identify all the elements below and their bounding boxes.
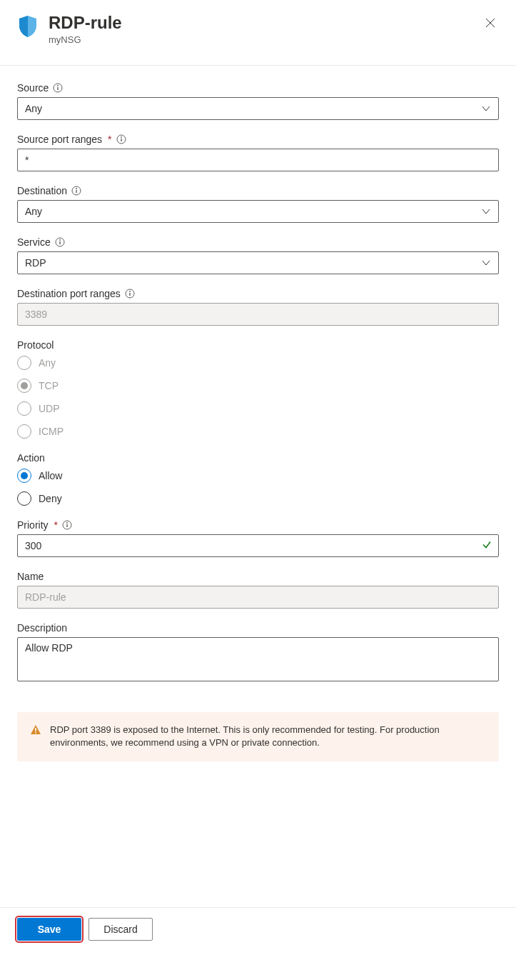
field-description: Description: [17, 623, 499, 684]
protocol-option-tcp: TCP: [39, 380, 59, 391]
destination-select[interactable]: Any: [17, 200, 499, 223]
radio-icon: [17, 469, 31, 483]
field-priority: Priority *: [17, 520, 499, 557]
source-label: Source: [17, 83, 49, 93]
info-icon[interactable]: [116, 134, 126, 144]
protocol-radio-udp: UDP: [17, 401, 499, 416]
radio-icon: [17, 424, 31, 439]
svg-rect-19: [35, 732, 36, 734]
source-port-ranges-label: Source port ranges: [17, 134, 102, 144]
service-label: Service: [17, 237, 51, 247]
field-protocol: Protocol Any TCP UDP ICMP: [17, 340, 499, 439]
chevron-down-icon: [481, 104, 491, 114]
blade-header: RDP-rule myNSG: [17, 0, 499, 65]
field-source: Source Any: [17, 83, 499, 120]
protocol-option-any: Any: [39, 357, 56, 369]
protocol-radio-tcp: TCP: [17, 379, 499, 393]
discard-button[interactable]: Discard: [88, 918, 153, 941]
action-radio-allow[interactable]: Allow: [17, 469, 499, 483]
protocol-option-icmp: ICMP: [39, 426, 64, 437]
svg-point-2: [57, 85, 59, 86]
header-separator: [0, 65, 516, 66]
checkmark-icon: [482, 539, 492, 551]
action-radio-deny[interactable]: Deny: [17, 491, 499, 506]
warning-banner: RDP port 3389 is exposed to the Internet…: [17, 712, 499, 762]
protocol-label: Protocol: [17, 340, 54, 350]
source-select[interactable]: Any: [17, 97, 499, 120]
destination-label: Destination: [17, 186, 67, 196]
source-port-ranges-input[interactable]: [17, 149, 499, 171]
chevron-down-icon: [481, 206, 491, 216]
shield-icon: [17, 13, 49, 39]
radio-icon: [17, 491, 31, 506]
nsg-rule-blade: RDP-rule myNSG Source Any Source port ra…: [0, 0, 516, 907]
field-action: Action Allow Deny: [17, 453, 499, 506]
radio-icon: [17, 379, 31, 393]
blade-title: RDP-rule: [49, 13, 122, 33]
action-label: Action: [17, 453, 45, 463]
protocol-radio-group: Any TCP UDP ICMP: [17, 356, 499, 439]
dest-port-ranges-label: Destination port ranges: [17, 289, 121, 299]
field-destination: Destination Any: [17, 186, 499, 223]
info-icon[interactable]: [71, 186, 81, 196]
info-icon[interactable]: [62, 520, 72, 530]
description-label: Description: [17, 623, 67, 633]
radio-icon: [17, 401, 31, 416]
source-value: Any: [25, 103, 42, 114]
service-value: RDP: [25, 257, 46, 269]
required-mark: *: [108, 134, 111, 144]
blade-subtitle: myNSG: [49, 34, 122, 45]
dest-port-ranges-input: [17, 303, 499, 326]
info-icon[interactable]: [55, 237, 65, 247]
destination-value: Any: [25, 206, 42, 217]
protocol-radio-icmp: ICMP: [17, 424, 499, 439]
action-option-allow: Allow: [39, 470, 62, 481]
name-input: [17, 586, 499, 609]
protocol-option-udp: UDP: [39, 403, 60, 414]
service-select[interactable]: RDP: [17, 251, 499, 274]
field-dest-port-ranges: Destination port ranges: [17, 289, 499, 326]
action-radio-group: Allow Deny: [17, 469, 499, 506]
priority-input[interactable]: [17, 534, 499, 557]
field-source-port-ranges: Source port ranges *: [17, 134, 499, 171]
field-service: Service RDP: [17, 237, 499, 274]
svg-point-5: [121, 136, 122, 138]
info-icon[interactable]: [53, 83, 63, 93]
description-input[interactable]: [17, 637, 499, 681]
svg-point-8: [76, 188, 77, 189]
required-mark: *: [54, 520, 58, 530]
field-name: Name: [17, 571, 499, 609]
action-option-deny: Deny: [39, 493, 62, 504]
radio-icon: [17, 356, 31, 370]
chevron-down-icon: [481, 258, 491, 268]
priority-label: Priority: [17, 520, 49, 530]
blade-footer: Save Discard: [0, 907, 516, 951]
close-button[interactable]: [482, 14, 499, 31]
info-icon[interactable]: [125, 289, 135, 299]
protocol-radio-any: Any: [17, 356, 499, 370]
svg-point-11: [59, 239, 61, 241]
name-label: Name: [17, 571, 44, 581]
svg-point-14: [129, 291, 131, 292]
svg-point-17: [66, 522, 68, 524]
warning-icon: [30, 724, 41, 740]
close-icon: [485, 18, 495, 28]
save-button[interactable]: Save: [17, 918, 81, 941]
svg-rect-18: [35, 728, 36, 731]
warning-text: RDP port 3389 is exposed to the Internet…: [50, 724, 486, 751]
